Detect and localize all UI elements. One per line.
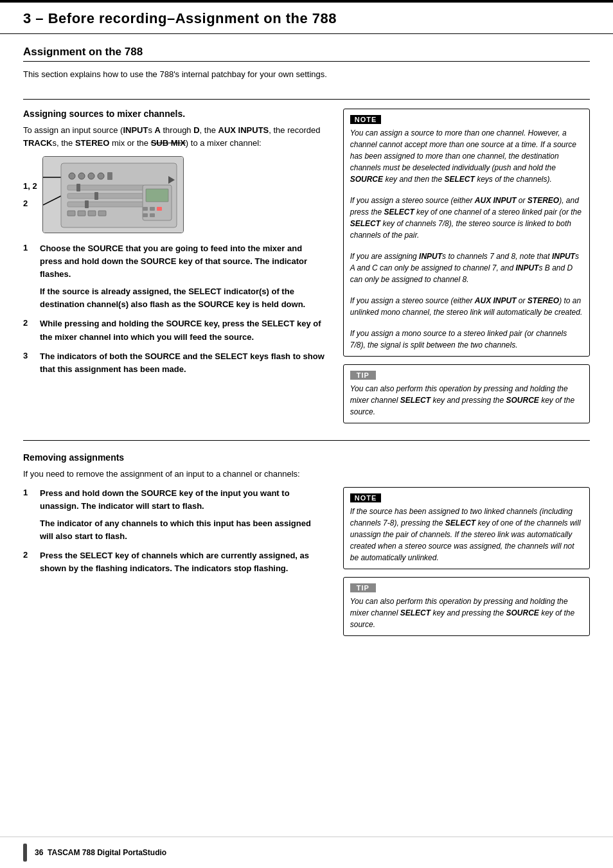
removing-step-1: 1 Press and hold down the SOURCE key of … [23,487,325,544]
step-1-content: Choose the SOURCE that you are going to … [40,242,325,312]
section-title: Assignment on the 788 [23,46,590,62]
removing-step-2-num: 2 [23,549,33,560]
note-text-3: If you are assigning INPUTs to channels … [350,251,583,285]
step-3-content: The indicators of both the SOURCE and th… [40,350,325,376]
chapter-header: 3 – Before recording–Assignment on the 7… [0,0,613,34]
note-label: NOTE [350,115,382,124]
removing-intro: If you need to remove the assignment of … [23,468,590,481]
svg-rect-17 [88,211,96,216]
svg-rect-8 [107,172,112,180]
removing-left: 1 Press and hold down the SOURCE key of … [23,487,325,644]
page: 3 – Before recording–Assignment on the 7… [0,0,613,868]
section-intro: This section explains how to use the 788… [23,68,590,81]
diagram-label-2: 2 [23,199,37,208]
svg-rect-11 [67,202,145,207]
svg-rect-25 [150,213,155,217]
diagram-label-1: 1, 2 [23,181,37,191]
svg-point-4 [69,173,75,179]
removing-two-col: 1 Press and hold down the SOURCE key of … [23,487,590,644]
removing-note-text: If the source has been assigned to two l… [350,506,583,563]
removing-right: NOTE If the source has been assigned to … [343,487,590,644]
removing-section: Removing assignments If you need to remo… [23,452,590,644]
divider-1 [23,99,590,100]
step-3: 3 The indicators of both the SOURCE and … [23,350,325,376]
svg-rect-10 [67,193,145,199]
step-1-sub: If the source is already assigned, the S… [40,285,325,311]
removing-step-1-num: 1 [23,487,33,497]
svg-rect-23 [157,207,162,211]
footer-page-num: 36 TASCAM 788 Digital PortaStudio [35,848,166,857]
removing-step-2-content: Press the SELECT key of channels which a… [40,549,325,575]
svg-rect-21 [143,207,148,211]
removing-tip-text: You can also perform this operation by p… [350,596,583,630]
svg-rect-14 [85,200,89,208]
assigning-steps: 1 Choose the SOURCE that you are going t… [23,242,325,376]
removing-note-label: NOTE [350,493,382,502]
note-text-1: You can assign a source to more than one… [350,127,583,185]
svg-point-5 [78,173,85,179]
removing-steps: 1 Press and hold down the SOURCE key of … [23,487,325,576]
svg-point-7 [98,173,104,179]
step-2: 2 While pressing and holding the SOURCE … [23,317,325,343]
step-3-num: 3 [23,350,33,360]
svg-rect-22 [150,207,155,211]
note-text-5: If you assign a mono source to a stereo … [350,328,583,351]
svg-rect-12 [76,184,80,191]
step-2-num: 2 [23,317,33,328]
svg-rect-13 [94,192,98,200]
page-number: 36 [35,848,43,857]
note-text-2: If you assign a stereo source (either AU… [350,195,583,241]
tip-text: You can also perform this operation by p… [350,383,583,418]
assigning-intro: To assign an input source (INPUTs A thro… [23,124,325,150]
svg-rect-15 [67,211,75,216]
tip-label: TIP [350,371,376,380]
svg-rect-24 [143,213,148,217]
diagram-area: 1, 2 2 [23,156,325,233]
footer: 36 TASCAM 788 Digital PortaStudio [0,837,613,868]
svg-rect-18 [98,211,106,216]
removing-note: NOTE If the source has been assigned to … [343,487,590,569]
divider-2 [23,440,590,441]
removing-tip-label: TIP [350,583,376,592]
assigning-note: NOTE You can assign a source to more tha… [343,109,590,357]
removing-tip: TIP You can also perform this operation … [343,577,590,636]
step-1: 1 Choose the SOURCE that you are going t… [23,242,325,312]
assigning-title: Assigning sources to mixer channels. [23,109,325,119]
diagram-labels: 1, 2 2 [23,181,37,208]
assigning-right: NOTE You can assign a source to more tha… [343,109,590,431]
footer-product: TASCAM 788 Digital PortaStudio [48,848,166,857]
assigning-left: Assigning sources to mixer channels. To … [23,109,325,431]
assigning-tip: TIP You can also perform this operation … [343,364,590,423]
svg-rect-20 [146,189,168,202]
mixer-diagram [42,156,184,233]
removing-step-1-sub: The indicator of any channels to which t… [40,517,325,543]
svg-point-6 [88,173,94,179]
note-text-4: If you assign a stereo source (either AU… [350,295,583,318]
removing-title: Removing assignments [23,452,590,463]
assigning-section: Assigning sources to mixer channels. To … [23,109,590,431]
step-1-num: 1 [23,242,33,252]
removing-step-2: 2 Press the SELECT key of channels which… [23,549,325,575]
step-1-main: Choose the SOURCE that you are going to … [40,244,307,279]
footer-accent [23,844,27,862]
svg-rect-16 [78,211,85,216]
content-area: Assignment on the 788 This section expla… [0,34,613,655]
removing-step-1-content: Press and hold down the SOURCE key of th… [40,487,325,544]
step-2-content: While pressing and holding the SOURCE ke… [40,317,325,343]
chapter-title: 3 – Before recording–Assignment on the 7… [23,10,590,27]
